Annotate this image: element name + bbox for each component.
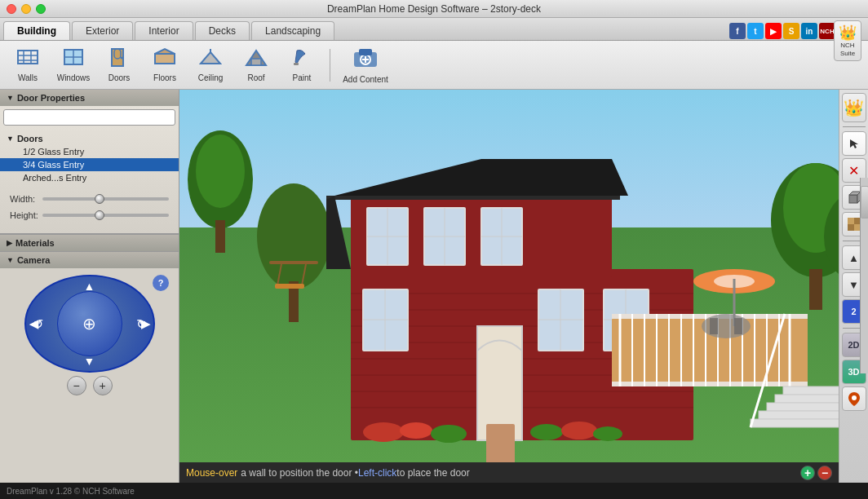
svg-rect-24 bbox=[215, 220, 225, 253]
select-tool-button[interactable] bbox=[842, 131, 866, 156]
roof-tool[interactable]: Roof bbox=[235, 44, 277, 86]
version-bar: DreamPlan v 1.28 © NCH Software bbox=[0, 483, 868, 499]
youtube-icon[interactable]: ▶ bbox=[765, 23, 782, 39]
add-content-tool[interactable]: Add Content bbox=[337, 44, 394, 86]
svg-rect-107 bbox=[849, 195, 857, 203]
width-slider-thumb[interactable] bbox=[95, 194, 104, 204]
doors-label: Doors bbox=[108, 73, 131, 82]
svg-rect-94 bbox=[775, 395, 839, 403]
svg-rect-93 bbox=[783, 386, 839, 395]
doors-tool[interactable]: Doors bbox=[98, 44, 140, 86]
camera-down-arrow[interactable]: ▼ bbox=[84, 355, 95, 368]
walls-tool[interactable]: Walls bbox=[7, 44, 49, 86]
maximize-button[interactable] bbox=[36, 4, 46, 14]
twitter-icon[interactable]: t bbox=[747, 23, 764, 39]
svg-rect-11 bbox=[155, 54, 175, 64]
locate-button[interactable] bbox=[842, 386, 866, 411]
tab-building[interactable]: Building bbox=[3, 21, 70, 40]
svg-marker-48 bbox=[326, 196, 620, 200]
svg-rect-100 bbox=[486, 424, 515, 465]
door-item-arched[interactable]: Arched...s Entry bbox=[0, 171, 179, 184]
zoom-in-button[interactable]: + bbox=[93, 376, 113, 395]
view-zoom-in[interactable]: + bbox=[800, 466, 815, 480]
svg-rect-33 bbox=[269, 261, 318, 264]
rt-divider-1 bbox=[843, 126, 866, 127]
materials-header[interactable]: ▶ Materials bbox=[0, 235, 179, 251]
door-properties-panel: ▼ Door Properties ▼ Doors 1/2 Glass Entr… bbox=[0, 90, 179, 234]
svg-point-31 bbox=[257, 183, 330, 289]
svg-point-106 bbox=[593, 426, 622, 441]
ceiling-tool[interactable]: Ceiling bbox=[189, 44, 232, 86]
svg-point-114 bbox=[852, 395, 857, 400]
paint-label: Paint bbox=[293, 73, 312, 82]
svg-point-105 bbox=[561, 422, 597, 439]
titlebar: DreamPlan Home Design Software – 2story-… bbox=[0, 0, 868, 18]
floors-label: Floors bbox=[153, 73, 176, 82]
svg-rect-22 bbox=[359, 49, 372, 55]
door-search-input[interactable] bbox=[3, 109, 175, 126]
toolbar: Walls Windows Doors Floors Ceiling Roof bbox=[0, 41, 868, 90]
status-hint2: Left-click bbox=[358, 467, 396, 479]
tab-exterior[interactable]: Exterior bbox=[72, 21, 133, 40]
camera-help-button[interactable]: ? bbox=[153, 275, 169, 291]
minimize-button[interactable] bbox=[21, 4, 31, 14]
status-bar: Mouse-over a wall to position the door •… bbox=[179, 462, 839, 483]
svg-point-104 bbox=[530, 424, 563, 440]
nch-suite-button[interactable]: 👑 NCHSuite bbox=[834, 20, 861, 61]
3d-view[interactable]: Mouse-over a wall to position the door •… bbox=[179, 90, 839, 483]
windows-icon bbox=[62, 47, 85, 72]
doors-category-arrow: ▼ bbox=[7, 135, 14, 143]
doors-category[interactable]: ▼ Doors bbox=[0, 132, 179, 145]
materials-title: Materials bbox=[16, 238, 55, 248]
linkedin-icon[interactable]: in bbox=[801, 23, 817, 39]
width-slider-row: Width: bbox=[10, 194, 169, 204]
door-item-threequarter-glass[interactable]: 3/4 Glass Entry bbox=[0, 158, 179, 171]
camera-title: Camera bbox=[17, 255, 50, 265]
camera-wheel-outer[interactable]: ▲ ▼ ◀ ▶ ↺ ↻ ⊕ bbox=[24, 275, 155, 373]
tab-decks[interactable]: Decks bbox=[195, 21, 250, 40]
nch-toolbar-button[interactable]: 👑 bbox=[842, 93, 866, 122]
soundcloud-icon[interactable]: S bbox=[783, 23, 799, 39]
camera-rotate-right[interactable]: ↻ bbox=[136, 316, 147, 332]
camera-header[interactable]: ▼ Camera bbox=[0, 252, 179, 268]
app-title: DreamPlan Home Design Software – 2story-… bbox=[327, 3, 541, 15]
house-scene bbox=[245, 155, 839, 462]
zoom-out-button[interactable]: − bbox=[67, 376, 86, 395]
tab-interior[interactable]: Interior bbox=[135, 21, 193, 40]
svg-rect-17 bbox=[294, 63, 299, 65]
height-slider-thumb[interactable] bbox=[95, 210, 104, 220]
nch-icon[interactable]: NCH bbox=[819, 23, 835, 39]
view-zoom-out[interactable]: − bbox=[817, 466, 832, 480]
status-text1: a wall to position the door • bbox=[241, 467, 358, 479]
roof-icon bbox=[245, 47, 268, 72]
walls-icon bbox=[16, 47, 39, 72]
door-item-half-glass[interactable]: 1/2 Glass Entry bbox=[0, 145, 179, 158]
door-properties-title: Door Properties bbox=[17, 93, 85, 103]
add-content-label: Add Content bbox=[343, 75, 388, 84]
materials-panel: ▶ Materials bbox=[0, 234, 179, 252]
status-hint1: Mouse-over bbox=[186, 467, 237, 479]
camera-rotate-left[interactable]: ↺ bbox=[33, 316, 43, 332]
ceiling-label: Ceiling bbox=[198, 73, 224, 82]
camera-wheel-center: ⊕ bbox=[82, 314, 96, 333]
camera-wheel: ▲ ▼ ◀ ▶ ↺ ↻ ⊕ bbox=[24, 275, 155, 373]
close-button[interactable] bbox=[7, 4, 16, 14]
camera-zoom-row: − + bbox=[67, 376, 113, 395]
social-bar: f t ▶ S in NCH bbox=[729, 23, 835, 39]
facebook-icon[interactable]: f bbox=[729, 23, 746, 39]
svg-point-25 bbox=[196, 135, 245, 208]
svg-rect-36 bbox=[275, 284, 304, 289]
paint-tool[interactable]: Paint bbox=[281, 44, 323, 86]
width-slider[interactable] bbox=[42, 197, 169, 201]
camera-arrow: ▼ bbox=[7, 256, 14, 264]
windows-tool[interactable]: Windows bbox=[52, 44, 95, 86]
floors-icon bbox=[153, 47, 176, 72]
floors-tool[interactable]: Floors bbox=[144, 44, 186, 86]
svg-marker-47 bbox=[334, 159, 628, 196]
add-content-icon bbox=[352, 46, 379, 73]
svg-rect-110 bbox=[848, 218, 854, 224]
height-slider[interactable] bbox=[42, 214, 169, 217]
svg-marker-49 bbox=[326, 196, 351, 269]
camera-wheel-inner[interactable]: ⊕ bbox=[57, 291, 122, 356]
tab-landscaping[interactable]: Landscaping bbox=[251, 21, 334, 40]
